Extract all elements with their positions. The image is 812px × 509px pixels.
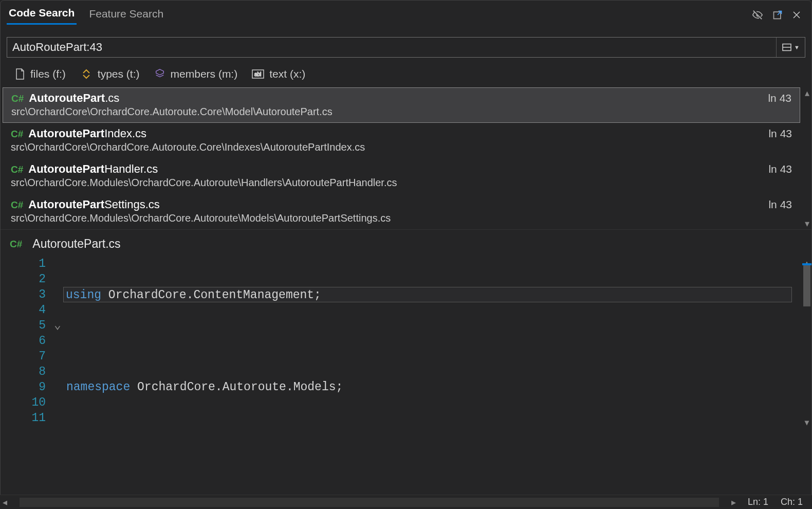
scroll-down-icon[interactable]: ▾ xyxy=(805,218,809,229)
tab-code-search[interactable]: Code Search xyxy=(7,5,77,25)
search-input[interactable] xyxy=(7,38,776,57)
line-number-gutter: 1234567891011 xyxy=(1,256,52,431)
status-bar: ◂ ▸ Ln: 1 Ch: 1 xyxy=(0,495,812,509)
result-path: src\OrchardCore\OrchardCore.Autoroute.Co… xyxy=(11,106,791,118)
preview-header: C# AutoroutePart.cs xyxy=(1,229,811,256)
filter-text-label: text (x:) xyxy=(269,68,305,80)
scroll-down-icon[interactable]: ▾ xyxy=(802,415,811,431)
search-view-dropdown[interactable]: ▼ xyxy=(776,38,805,57)
scroll-left-icon[interactable]: ◂ xyxy=(0,497,9,508)
filter-bar: files (f:) types (t:) members (m:) abl t… xyxy=(1,63,811,87)
filter-members[interactable]: members (m:) xyxy=(154,68,238,80)
result-path: src\OrchardCore\OrchardCore.Autoroute.Co… xyxy=(11,141,792,153)
result-name-suffix: Handler.cs xyxy=(104,162,158,176)
result-name: AutoroutePart xyxy=(29,92,105,105)
search-box: ▼ xyxy=(7,37,805,58)
result-line: ln 43 xyxy=(768,163,792,175)
result-line: ln 43 xyxy=(768,198,792,211)
result-name: AutoroutePart xyxy=(28,198,104,211)
chevron-down-icon: ▼ xyxy=(794,44,800,50)
result-name-suffix: .cs xyxy=(105,92,119,105)
preview-filename: AutoroutePart.cs xyxy=(32,237,120,251)
result-line: ln 43 xyxy=(768,92,791,104)
filter-text[interactable]: abl text (x:) xyxy=(252,68,305,80)
close-icon[interactable] xyxy=(792,10,801,20)
result-item[interactable]: C#AutoroutePartIndex.csln 43src\OrchardC… xyxy=(1,123,802,158)
result-name: AutoroutePart xyxy=(28,162,104,176)
csharp-badge: C# xyxy=(11,93,24,104)
filter-files-label: files (f:) xyxy=(30,68,66,80)
result-line: ln 43 xyxy=(768,128,792,140)
filter-members-label: members (m:) xyxy=(171,68,238,80)
result-name: AutoroutePart xyxy=(28,127,104,140)
eye-off-icon[interactable] xyxy=(752,9,763,21)
open-external-icon[interactable] xyxy=(772,10,783,20)
code-preview[interactable]: 1234567891011 ⌄ using OrchardCore.Conten… xyxy=(1,256,811,431)
result-item[interactable]: C#AutoroutePart.csln 43src\OrchardCore\O… xyxy=(3,87,800,123)
results-panel: C#AutoroutePart.csln 43src\OrchardCore\O… xyxy=(1,87,811,229)
tab-feature-search[interactable]: Feature Search xyxy=(87,6,165,24)
header-icon-group xyxy=(752,9,805,21)
result-name-suffix: Index.cs xyxy=(104,127,146,140)
result-path: src\OrchardCore.Modules\OrchardCore.Auto… xyxy=(11,212,792,224)
chevron-down-icon[interactable]: ⌄ xyxy=(54,318,61,333)
csharp-badge: C# xyxy=(11,129,23,140)
csharp-badge: C# xyxy=(11,164,23,175)
header-tabs: Code Search Feature Search xyxy=(1,1,811,25)
scroll-right-icon[interactable]: ▸ xyxy=(729,497,739,508)
results-scrollbar[interactable]: ▴ ▾ xyxy=(802,87,811,229)
result-name-suffix: Settings.cs xyxy=(104,198,160,211)
horizontal-scrollbar[interactable] xyxy=(20,498,719,507)
result-path: src\OrchardCore.Modules\OrchardCore.Auto… xyxy=(11,177,792,189)
filter-types[interactable]: types (t:) xyxy=(80,68,140,80)
csharp-badge: C# xyxy=(10,239,22,250)
fold-gutter[interactable]: ⌄ xyxy=(52,256,63,431)
status-line: Ln: 1 xyxy=(748,497,768,507)
status-col: Ch: 1 xyxy=(781,497,803,507)
result-item[interactable]: C#AutoroutePartHandler.csln 43src\Orchar… xyxy=(1,158,802,194)
result-item[interactable]: C#AutoroutePartSettings.csln 43src\Orcha… xyxy=(1,194,802,229)
filter-types-label: types (t:) xyxy=(98,68,140,80)
filter-files[interactable]: files (f:) xyxy=(15,68,66,80)
code-lines[interactable]: using OrchardCore.ContentManagement; nam… xyxy=(63,256,802,431)
scroll-up-icon[interactable]: ▴ xyxy=(805,87,809,99)
code-vertical-scrollbar[interactable]: ▴ ▾ xyxy=(802,256,811,431)
csharp-badge: C# xyxy=(11,199,23,211)
svg-text:abl: abl xyxy=(254,71,261,77)
